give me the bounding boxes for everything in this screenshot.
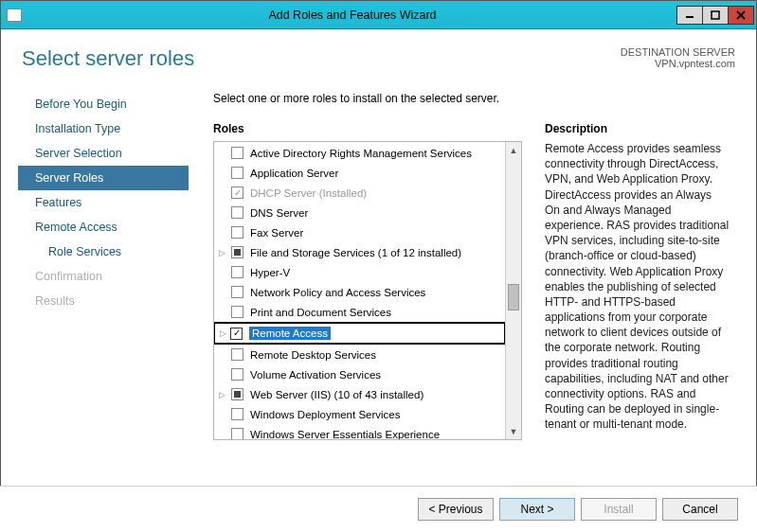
- checkbox[interactable]: [231, 306, 243, 318]
- checkbox[interactable]: [231, 286, 243, 298]
- window-buttons: [677, 6, 754, 25]
- role-item[interactable]: Print and Document Services: [214, 302, 505, 322]
- checkbox[interactable]: [231, 147, 243, 159]
- nav-item-results: Results: [18, 289, 189, 313]
- checkbox[interactable]: [230, 328, 243, 340]
- checkbox[interactable]: [231, 388, 243, 400]
- body: Before You BeginInstallation TypeServer …: [1, 79, 756, 440]
- nav-item-features[interactable]: Features: [18, 190, 189, 215]
- scroll-up-icon[interactable]: ▲: [506, 142, 521, 158]
- cancel-button[interactable]: Cancel: [662, 498, 738, 521]
- close-button[interactable]: [728, 6, 754, 25]
- nav-item-server-selection[interactable]: Server Selection: [18, 141, 189, 166]
- expand-icon[interactable]: ▷: [216, 390, 227, 399]
- roles-listbox[interactable]: Active Directory Rights Management Servi…: [213, 141, 522, 440]
- app-icon: [7, 9, 22, 22]
- instruction-text: Select one or more roles to install on t…: [213, 92, 735, 105]
- checkbox[interactable]: [231, 408, 243, 420]
- roles-column: Roles Active Directory Rights Management…: [213, 122, 522, 440]
- role-label: Print and Document Services: [250, 307, 391, 318]
- role-label: Windows Server Essentials Experience: [250, 429, 440, 440]
- role-item[interactable]: Network Policy and Access Services: [214, 282, 505, 302]
- role-item[interactable]: Windows Deployment Services: [214, 404, 505, 424]
- next-button[interactable]: Next >: [499, 498, 575, 521]
- role-item[interactable]: Active Directory Rights Management Servi…: [214, 143, 505, 163]
- main-panel: Select one or more roles to install on t…: [189, 79, 739, 440]
- role-label: Windows Deployment Services: [250, 409, 401, 420]
- nav-item-remote-access[interactable]: Remote Access: [18, 215, 189, 239]
- minimize-button[interactable]: [676, 6, 703, 25]
- checkbox[interactable]: [231, 226, 243, 239]
- nav-item-before-you-begin[interactable]: Before You Begin: [18, 92, 189, 116]
- role-item[interactable]: ▷File and Storage Services (1 of 12 inst…: [214, 242, 505, 262]
- checkbox[interactable]: [231, 368, 243, 381]
- checkbox[interactable]: [231, 167, 243, 179]
- role-label: DHCP Server (Installed): [250, 187, 367, 199]
- role-item[interactable]: Hyper-V: [214, 262, 505, 282]
- role-item[interactable]: Remote Desktop Services: [214, 345, 505, 364]
- role-item[interactable]: Fax Server: [214, 222, 505, 242]
- install-button: Install: [581, 498, 657, 521]
- header: Select server roles DESTINATION SERVER V…: [1, 29, 756, 79]
- role-label: Application Server: [250, 168, 338, 179]
- nav-item-server-roles[interactable]: Server Roles: [18, 166, 189, 190]
- roles-heading: Roles: [213, 122, 522, 135]
- scroll-thumb[interactable]: [508, 284, 519, 310]
- checkbox[interactable]: [231, 246, 243, 258]
- dest-label: DESTINATION SERVER: [621, 46, 735, 58]
- role-label: DNS Server: [250, 207, 308, 219]
- page-title: Select server roles: [22, 46, 194, 71]
- titlebar: Add Roles and Features Wizard: [1, 1, 756, 29]
- checkbox[interactable]: [231, 266, 243, 278]
- role-item[interactable]: DHCP Server (Installed): [214, 183, 505, 203]
- role-label: File and Storage Services (1 of 12 insta…: [250, 247, 461, 258]
- description-text: Remote Access provides seamless connecti…: [545, 141, 730, 433]
- footer: < Previous Next > Install Cancel: [0, 486, 757, 532]
- role-label: Remote Access: [249, 327, 331, 340]
- role-label: Hyper-V: [250, 267, 290, 278]
- window-title: Add Roles and Features Wizard: [27, 9, 677, 22]
- role-label: Active Directory Rights Management Servi…: [250, 148, 472, 159]
- nav-item-role-services[interactable]: Role Services: [18, 239, 189, 264]
- checkbox[interactable]: [231, 206, 243, 219]
- nav-item-installation-type[interactable]: Installation Type: [18, 116, 189, 141]
- checkbox[interactable]: [231, 348, 243, 361]
- description-column: Description Remote Access provides seaml…: [545, 122, 735, 440]
- maximize-button[interactable]: [702, 6, 729, 25]
- svg-rect-1: [712, 11, 719, 19]
- destination-server: DESTINATION SERVER VPN.vpntest.com: [621, 46, 735, 71]
- role-item[interactable]: ▷Remote Access: [214, 322, 505, 345]
- dest-value: VPN.vpntest.com: [621, 58, 735, 69]
- role-item[interactable]: ▷Web Server (IIS) (10 of 43 installed): [214, 384, 505, 404]
- role-item[interactable]: DNS Server: [214, 203, 505, 222]
- expand-icon[interactable]: ▷: [216, 248, 227, 257]
- scroll-down-icon[interactable]: ▼: [506, 423, 521, 439]
- expand-icon[interactable]: ▷: [217, 328, 228, 338]
- nav-item-confirmation: Confirmation: [18, 264, 189, 289]
- role-label: Volume Activation Services: [250, 369, 381, 381]
- checkbox[interactable]: [231, 186, 243, 199]
- wizard-nav: Before You BeginInstallation TypeServer …: [18, 79, 189, 440]
- scrollbar[interactable]: ▲ ▼: [505, 142, 521, 439]
- role-item[interactable]: Windows Server Essentials Experience: [214, 424, 505, 439]
- checkbox[interactable]: [231, 428, 243, 439]
- role-label: Fax Server: [250, 227, 303, 239]
- role-label: Network Policy and Access Services: [250, 287, 425, 298]
- description-heading: Description: [545, 122, 730, 135]
- role-item[interactable]: Application Server: [214, 163, 505, 183]
- role-label: Web Server (IIS) (10 of 43 installed): [250, 389, 424, 400]
- role-item[interactable]: Volume Activation Services: [214, 364, 505, 384]
- previous-button[interactable]: < Previous: [418, 498, 494, 521]
- role-label: Remote Desktop Services: [250, 349, 376, 361]
